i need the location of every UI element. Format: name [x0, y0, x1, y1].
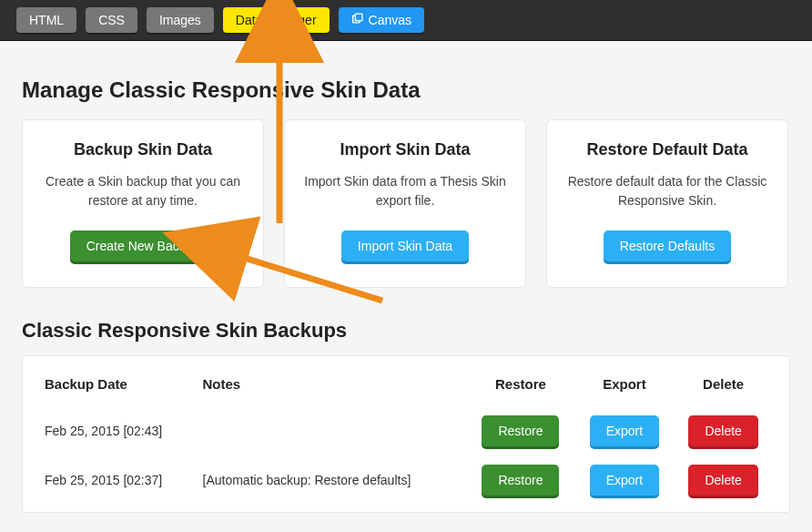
card-restore-title: Restore Default Data — [565, 140, 769, 159]
import-skin-data-button[interactable]: Import Skin Data — [341, 230, 469, 261]
delete-button[interactable]: Delete — [688, 465, 757, 496]
tab-css[interactable]: CSS — [86, 7, 137, 33]
card-backup-desc: Create a Skin backup that you can restor… — [41, 172, 245, 210]
new-window-icon — [351, 13, 363, 27]
card-import-desc: Import Skin data from a Thesis Skin expo… — [303, 172, 507, 210]
tab-images[interactable]: Images — [147, 7, 214, 33]
backup-notes-cell: [Automatic backup: Restore defaults] — [198, 455, 467, 505]
col-delete: Delete — [674, 369, 773, 406]
card-backup-title: Backup Skin Data — [41, 140, 245, 159]
card-backup: Backup Skin Data Create a Skin backup th… — [22, 119, 264, 288]
svg-rect-1 — [355, 14, 362, 21]
table-row: Feb 25, 2015 [02:37] [Automatic backup: … — [39, 455, 773, 505]
backups-table: Backup Date Notes Restore Export Delete … — [22, 355, 790, 513]
export-button[interactable]: Export — [590, 415, 659, 446]
create-new-backup-button[interactable]: Create New Backup — [70, 230, 217, 261]
restore-button[interactable]: Restore — [482, 415, 559, 446]
tab-html[interactable]: HTML — [16, 7, 76, 33]
card-import-title: Import Skin Data — [303, 140, 507, 159]
content-area: Manage Classic Responsive Skin Data Back… — [0, 41, 812, 532]
tab-data-manager[interactable]: Data Manager — [223, 7, 330, 33]
backup-date-cell: Feb 25, 2015 [02:37] — [39, 455, 198, 505]
card-import: Import Skin Data Import Skin data from a… — [284, 119, 526, 288]
tab-canvas[interactable]: Canvas — [339, 7, 424, 33]
page-title: Manage Classic Responsive Skin Data — [22, 77, 790, 103]
col-notes: Notes — [198, 369, 467, 406]
card-restore: Restore Default Data Restore default dat… — [546, 119, 788, 288]
restore-button[interactable]: Restore — [482, 465, 559, 496]
cards-row: Backup Skin Data Create a Skin backup th… — [22, 119, 790, 288]
tab-canvas-label: Canvas — [369, 13, 411, 27]
table-header-row: Backup Date Notes Restore Export Delete — [39, 369, 773, 406]
col-restore: Restore — [466, 369, 574, 406]
col-backup-date: Backup Date — [39, 369, 198, 406]
export-button[interactable]: Export — [590, 465, 659, 496]
backup-date-cell: Feb 25, 2015 [02:43] — [39, 406, 198, 455]
card-restore-desc: Restore default data for the Classic Res… — [565, 172, 769, 210]
backup-notes-cell — [198, 406, 467, 455]
table-row: Feb 25, 2015 [02:43] Restore Export Dele… — [39, 406, 773, 455]
backups-title: Classic Responsive Skin Backups — [22, 319, 790, 343]
top-tab-bar: HTML CSS Images Data Manager Canvas — [0, 0, 812, 41]
restore-defaults-button[interactable]: Restore Defaults — [604, 230, 731, 261]
col-export: Export — [575, 369, 675, 406]
delete-button[interactable]: Delete — [688, 415, 757, 446]
